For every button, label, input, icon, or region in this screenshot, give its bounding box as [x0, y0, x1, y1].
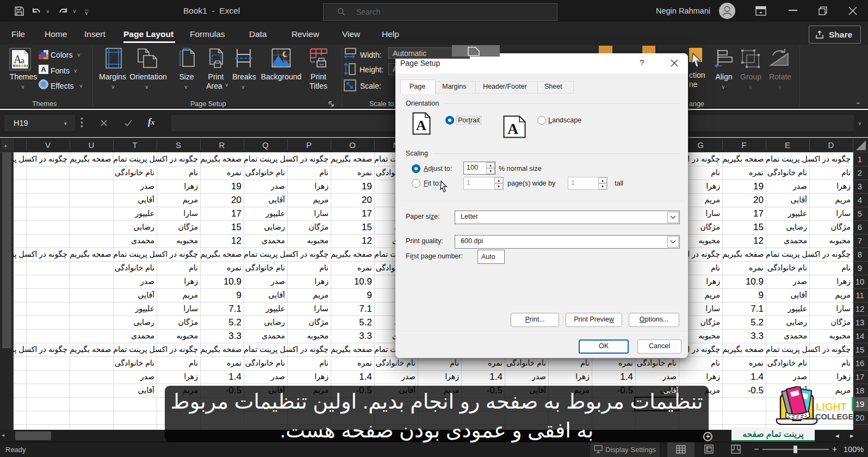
- svg-text:A: A: [416, 118, 426, 133]
- svg-text:A: A: [507, 120, 519, 137]
- svg-text:LIGHT: LIGHT: [816, 401, 847, 412]
- svg-text:a: a: [21, 56, 24, 65]
- svg-text:COLLEGE: COLLEGE: [815, 412, 853, 421]
